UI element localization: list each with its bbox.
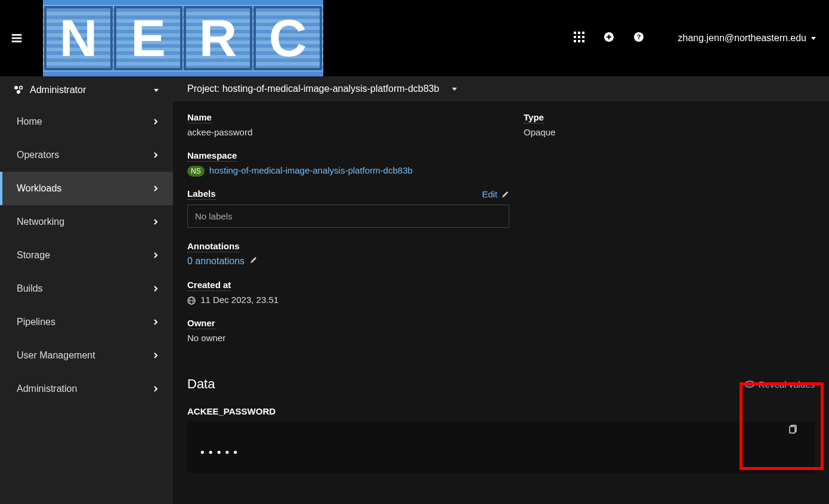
namespace-link[interactable]: hosting-of-medical-image-analysis-platfo… <box>209 165 413 175</box>
user-email: zhang.jenn@northeastern.edu <box>678 33 806 44</box>
sidebar-item-operators[interactable]: Operators <box>0 138 173 172</box>
sidebar-item-networking[interactable]: Networking <box>0 205 173 239</box>
chevron-right-icon <box>153 119 159 125</box>
svg-rect-14 <box>607 36 611 38</box>
perspective-switcher[interactable]: Administrator <box>0 76 173 105</box>
secret-value-masked: ••••• <box>187 439 815 473</box>
hamburger-icon <box>10 32 23 45</box>
sidebar-item-label: User Management <box>17 350 95 361</box>
plus-circle-icon <box>604 32 614 42</box>
owner-value: No owner <box>187 333 509 343</box>
main-content: Project: hosting-of-medical-image-analys… <box>173 76 829 504</box>
logo-letter: E <box>131 12 166 64</box>
grid-icon <box>574 32 584 42</box>
sidebar-item-home[interactable]: Home <box>0 105 173 138</box>
svg-rect-5 <box>582 32 584 34</box>
masthead: N E R C ? zhang.jenn@northeastern.edu <box>0 0 829 76</box>
svg-rect-9 <box>574 40 576 42</box>
hamburger-menu-button[interactable] <box>0 0 33 76</box>
gear-icon <box>13 85 24 95</box>
edit-annotations-button[interactable] <box>249 256 258 267</box>
svg-point-19 <box>20 86 23 89</box>
svg-rect-7 <box>578 36 580 38</box>
field-label-owner: Owner <box>187 318 215 329</box>
svg-rect-4 <box>578 32 580 34</box>
svg-rect-6 <box>574 36 576 38</box>
chevron-right-icon <box>153 252 159 258</box>
chevron-right-icon <box>153 152 159 158</box>
caret-down-icon <box>153 86 160 94</box>
secret-value-box: ••••• <box>187 421 815 473</box>
svg-rect-10 <box>578 40 580 42</box>
sidebar-item-administration[interactable]: Administration <box>0 372 173 406</box>
svg-rect-11 <box>582 40 584 42</box>
field-label-annotations: Annotations <box>187 241 240 252</box>
project-prefix: Project: <box>187 84 219 94</box>
sidebar-item-label: Networking <box>17 217 64 227</box>
sidebar-item-user-management[interactable]: User Management <box>0 339 173 372</box>
svg-marker-22 <box>452 88 457 91</box>
sidebar: Administrator Home Operators Workloads N… <box>0 76 173 504</box>
data-section: Data Reveal values ACKEE_PASSWORD ••••• <box>173 373 829 487</box>
copy-to-clipboard-button[interactable] <box>788 424 798 436</box>
copy-icon <box>788 424 798 434</box>
edit-labels-button[interactable]: Edit <box>482 189 509 199</box>
type-value: Opaque <box>524 127 815 137</box>
svg-rect-29 <box>790 426 795 433</box>
question-circle-icon: ? <box>633 32 644 42</box>
eye-icon <box>744 379 755 389</box>
chevron-right-icon <box>153 386 159 392</box>
logo-letter: N <box>60 12 98 64</box>
svg-marker-21 <box>154 89 159 92</box>
data-section-title: Data <box>187 376 215 392</box>
reveal-values-label: Reveal values <box>759 379 815 389</box>
sidebar-item-storage[interactable]: Storage <box>0 239 173 272</box>
svg-point-27 <box>748 383 751 386</box>
field-label-labels: Labels <box>187 188 216 200</box>
edit-label: Edit <box>482 189 497 199</box>
user-menu[interactable]: zhang.jenn@northeastern.edu <box>678 33 817 44</box>
svg-point-20 <box>17 90 20 94</box>
svg-rect-8 <box>582 36 584 38</box>
field-label-created: Created at <box>187 280 231 291</box>
annotations-link[interactable]: 0 annotations <box>187 256 245 267</box>
brand-logo[interactable]: N E R C <box>43 0 323 76</box>
created-value: 11 Dec 2023, 23.51 <box>200 295 279 305</box>
app-launcher-button[interactable] <box>574 32 584 45</box>
logo-letter: C <box>269 12 307 64</box>
sidebar-item-label: Builds <box>17 283 43 294</box>
reveal-values-button[interactable]: Reveal values <box>744 379 815 389</box>
svg-rect-3 <box>574 32 576 34</box>
chevron-right-icon <box>153 286 159 292</box>
sidebar-item-label: Operators <box>17 150 59 160</box>
chevron-right-icon <box>153 353 159 358</box>
sidebar-item-label: Workloads <box>17 183 61 194</box>
chevron-right-icon <box>153 185 159 191</box>
sidebar-item-workloads[interactable]: Workloads <box>0 172 173 205</box>
field-label-namespace: Namespace <box>187 150 237 162</box>
quick-create-button[interactable] <box>604 32 614 45</box>
project-name: hosting-of-medical-image-analysis-platfo… <box>222 84 440 94</box>
namespace-badge: NS <box>187 166 205 177</box>
sidebar-item-pipelines[interactable]: Pipelines <box>0 305 173 339</box>
svg-marker-17 <box>811 37 816 40</box>
field-label-type: Type <box>524 112 544 123</box>
labels-box: No labels <box>187 205 509 228</box>
project-selector[interactable]: Project: hosting-of-medical-image-analys… <box>173 76 829 101</box>
sidebar-item-label: Storage <box>17 250 50 261</box>
globe-icon <box>187 296 196 305</box>
field-value-name: ackee-password <box>187 127 509 137</box>
logo-letter: R <box>199 12 237 64</box>
sidebar-item-label: Home <box>17 116 42 127</box>
help-button[interactable]: ? <box>633 32 644 45</box>
perspective-label: Administrator <box>30 85 86 95</box>
field-label-name: Name <box>187 112 212 123</box>
pencil-icon <box>249 256 258 264</box>
chevron-right-icon <box>153 319 159 325</box>
chevron-right-icon <box>153 219 159 225</box>
secret-data-key: ACKEE_PASSWORD <box>187 406 815 416</box>
sidebar-item-builds[interactable]: Builds <box>0 272 173 305</box>
svg-point-18 <box>14 86 18 89</box>
svg-text:?: ? <box>637 33 641 41</box>
pencil-icon <box>501 190 509 199</box>
